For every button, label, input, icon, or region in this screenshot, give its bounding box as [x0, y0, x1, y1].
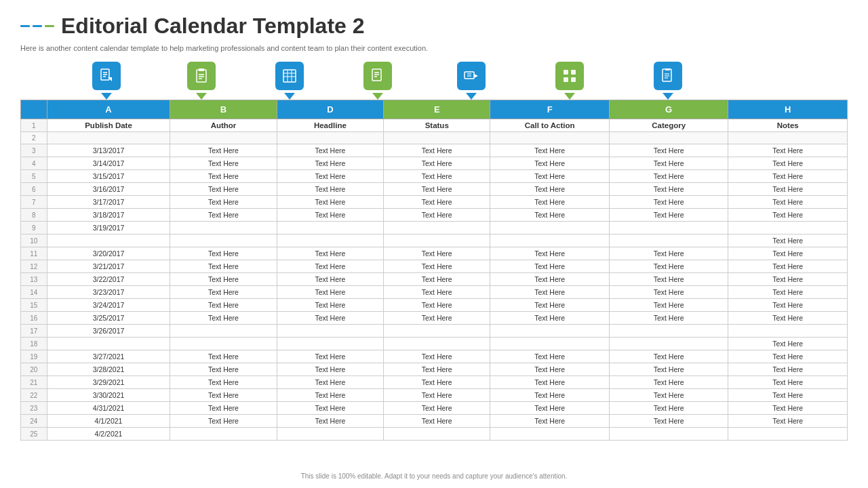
cell-d	[277, 428, 383, 441]
cell-g: Text Here	[609, 415, 728, 428]
cell-g	[609, 222, 728, 235]
cell-e	[384, 325, 490, 338]
table-row: 63/16/2017Text HereText HereText HereTex…	[21, 183, 848, 196]
title-bar: Editorial Calendar Template 2	[20, 14, 848, 39]
cell-b	[170, 338, 277, 350]
cell-e: Text Here	[384, 415, 490, 428]
cell-h	[728, 222, 848, 235]
cell-b	[170, 325, 277, 338]
cell-e: Text Here	[384, 247, 490, 260]
cell-a: 3/18/2017	[47, 209, 170, 222]
cell-f: Text Here	[490, 389, 610, 402]
icon-f	[457, 62, 486, 90]
cell-b: Text Here	[170, 363, 277, 376]
cell-h: Text Here	[728, 144, 848, 157]
row-number: 7	[21, 196, 47, 209]
cell-b: Text Here	[170, 286, 277, 299]
cell-e: Text Here	[384, 183, 490, 196]
cell-e	[384, 222, 490, 235]
row-number: 18	[21, 338, 47, 350]
cell-d: Text Here	[277, 389, 383, 402]
cell-a: 3/20/2017	[47, 247, 170, 260]
col-label-f: Call to Action	[490, 119, 610, 132]
cell-d: Text Here	[277, 144, 383, 157]
cell-f: Text Here	[490, 376, 610, 389]
icon-col-g	[520, 62, 618, 100]
row-number: 12	[21, 260, 47, 273]
cell-a: 4/2/2021	[47, 428, 170, 441]
cell-f: Text Here	[490, 273, 610, 286]
svg-rect-24	[571, 70, 576, 75]
cell-g: Text Here	[609, 183, 728, 196]
cell-d	[277, 132, 383, 144]
col-label-h: Notes	[728, 119, 848, 132]
arrow-a	[101, 93, 112, 100]
cell-e: Text Here	[384, 389, 490, 402]
cell-b	[170, 235, 277, 247]
cell-f: Text Here	[490, 363, 610, 376]
cell-e: Text Here	[384, 196, 490, 209]
cell-b: Text Here	[170, 196, 277, 209]
cell-e: Text Here	[384, 209, 490, 222]
table-row: 153/24/2017Text HereText HereText HereTe…	[21, 299, 848, 312]
cell-b: Text Here	[170, 415, 277, 428]
cell-f: Text Here	[490, 183, 610, 196]
svg-marker-20	[474, 74, 478, 78]
cell-g: Text Here	[609, 273, 728, 286]
subtitle: Here is another content calendar templat…	[20, 44, 848, 52]
table-row: 2	[21, 132, 848, 144]
cell-f: Text Here	[490, 402, 610, 415]
icon-col-h	[618, 62, 717, 100]
icon-col-a	[56, 62, 157, 100]
col-h-header: H	[728, 100, 848, 119]
cell-g	[609, 428, 728, 441]
table-row: 33/13/2017Text HereText HereText HereTex…	[21, 144, 848, 157]
cell-d: Text Here	[277, 260, 383, 273]
table-row: 234/31/2021Text HereText HereText HereTe…	[21, 402, 848, 415]
dash-1	[20, 25, 30, 27]
icon-col-b	[157, 62, 245, 100]
table-row: 213/29/2021Text HereText HereText HereTe…	[21, 376, 848, 389]
col-label-b: Author	[170, 119, 277, 132]
cell-a: 3/29/2021	[47, 376, 170, 389]
cell-h: Text Here	[728, 235, 848, 247]
row-number: 6	[21, 183, 47, 196]
cell-d: Text Here	[277, 157, 383, 170]
cell-a: 3/23/2017	[47, 286, 170, 299]
cell-e: Text Here	[384, 350, 490, 363]
cell-e: Text Here	[384, 273, 490, 286]
table-row: 83/18/2017Text HereText HereText HereTex…	[21, 209, 848, 222]
cell-h: Text Here	[728, 260, 848, 273]
cell-g: Text Here	[609, 260, 728, 273]
table-row: 223/30/2021Text HereText HereText HereTe…	[21, 389, 848, 402]
cell-b: Text Here	[170, 260, 277, 273]
cell-e	[384, 132, 490, 144]
cell-d: Text Here	[277, 299, 383, 312]
cell-e: Text Here	[384, 312, 490, 325]
cell-a: 3/28/2021	[47, 363, 170, 376]
cell-d: Text Here	[277, 312, 383, 325]
cell-h: Text Here	[728, 389, 848, 402]
cell-e: Text Here	[384, 376, 490, 389]
icon-e	[363, 62, 392, 90]
icon-g	[555, 62, 584, 90]
cell-g: Text Here	[609, 209, 728, 222]
column-header-row: A B D E F G H	[21, 100, 848, 119]
cell-f	[490, 235, 610, 247]
cell-a: 4/1/2021	[47, 415, 170, 428]
cell-a: 3/14/2017	[47, 157, 170, 170]
title-dashes	[20, 25, 54, 27]
cell-b: Text Here	[170, 144, 277, 157]
svg-rect-26	[571, 77, 576, 82]
row-number: 9	[21, 222, 47, 235]
cell-e: Text Here	[384, 260, 490, 273]
arrow-e	[372, 93, 383, 100]
table-row: 73/17/2017Text HereText HereText HereTex…	[21, 196, 848, 209]
row-number: 10	[21, 235, 47, 247]
cell-e: Text Here	[384, 363, 490, 376]
cell-d: Text Here	[277, 196, 383, 209]
row-number: 2	[21, 132, 47, 144]
col-e-header: E	[384, 100, 490, 119]
row-number: 20	[21, 363, 47, 376]
table-row: 173/26/2017	[21, 325, 848, 338]
